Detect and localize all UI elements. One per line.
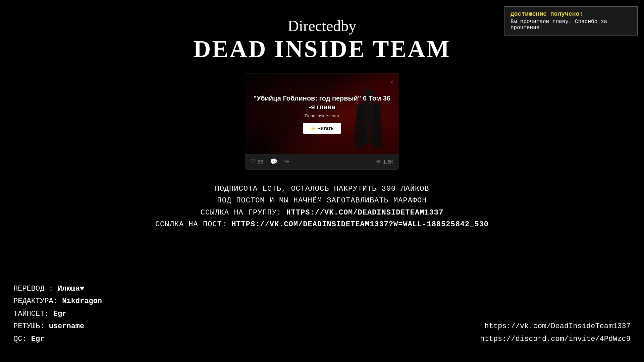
likes-count: 85 [258,159,263,165]
typeset-label: ТАЙПСЕТ: [13,310,53,318]
svg-marker-7 [372,87,374,90]
qc-value: Egr [31,335,45,343]
vk-social-link[interactable]: https://vk.com/DeadInsideTeam1337 [480,320,631,333]
cta-post-label: ССЫЛКА НА ПОСТ: [155,220,231,229]
retouch-credit: РЕТУШЬ: username [13,320,102,333]
typeset-credit: ТАЙПСЕТ: Egr [13,308,102,320]
achievement-description: Вы прочитали главу. Спасибо за прочтение… [511,19,631,31]
vk-card-actions: ♡ 85 💬 ↪ 👁 1.5K [245,154,399,169]
vk-share-action[interactable]: ↪ [284,158,289,165]
vk-read-button[interactable]: ⚡ Читать [303,123,341,134]
typeset-value: Egr [53,310,67,318]
translation-credit: ПЕРЕВОД : Илюша♥ [13,283,102,295]
retouch-value: username [49,322,85,330]
directed-by-label: Directedby [288,17,356,35]
vk-card-source: Dead inside team [305,113,339,118]
svg-marker-6 [363,87,366,90]
editor-label: РЕДАКТУРА: [13,297,62,305]
team-name-label: DEAD INSIDE TEAM [194,35,451,63]
views-count: 1.5K [383,159,393,165]
heart-icon: ♡ [251,158,256,165]
vk-card-title: "Убийца Гоблинов: год первый" 6 Том 36 -… [245,94,399,111]
cta-line-2: ПОД ПОСТОМ И МЫ НАЧНЁМ ЗАГОТАВЛИВАТЬ МАР… [155,195,489,206]
vk-like-action[interactable]: ♡ 85 [251,158,263,165]
eye-icon: 👁 [376,159,381,165]
cta-line-1: ПОДПИСОТА ЕСТЬ, ОСТАЛОСЬ НАКРУТИТЬ 300 Л… [155,183,489,195]
vk-views: 👁 1.5K [376,159,393,165]
vk-card-image: ☆ "Убийца Гоблинов: год первый" 6 Том 36… [245,73,399,154]
editor-value: Nikdragon [62,297,102,305]
comment-icon: 💬 [270,158,277,165]
editor-credit: РЕДАКТУРА: Nikdragon [13,295,102,307]
qc-label: QC: [13,335,31,343]
star-icon[interactable]: ☆ [390,77,394,85]
vk-post-card: ☆ "Убийца Гоблинов: год первый" 6 Том 36… [245,73,399,170]
qc-credit: QC: Egr [13,333,102,345]
translation-value: Илюша♥ [58,285,84,293]
cta-section: ПОДПИСОТА ЕСТЬ, ОСТАЛОСЬ НАКРУТИТЬ 300 Л… [155,183,489,230]
achievement-title: Достижение получено! [511,11,631,17]
cta-group-url[interactable]: HTTPS://VK.COM/DEADINSIDETEAM1337 [286,208,443,217]
credits-section: ПЕРЕВОД : Илюша♥ РЕДАКТУРА: Nikdragon ТА… [13,283,102,345]
translation-label: ПЕРЕВОД : [13,285,58,293]
achievement-toast: Достижение получено! Вы прочитали главу.… [504,6,638,36]
cta-post-url[interactable]: HTTPS://VK.COM/DEADINSIDETEAM1337?W=WALL… [231,220,489,229]
cta-line-4: ССЫЛКА НА ПОСТ: HTTPS://VK.COM/DEADINSID… [155,219,489,230]
main-content: Directedby DEAD INSIDE TEAM ☆ "Убий [0,0,644,240]
cta-line-3: ССЫЛКА НА ГРУППУ: HTTPS://VK.COM/DEADINS… [155,207,489,219]
vk-comment-action[interactable]: 💬 [270,158,277,165]
social-links: https://vk.com/DeadInsideTeam1337 https:… [480,320,631,345]
cta-group-label: ССЫЛКА НА ГРУППУ: [201,208,286,217]
share-icon: ↪ [284,158,289,165]
retouch-label: РЕТУШЬ: [13,322,49,330]
discord-social-link[interactable]: https://discord.com/invite/4PdWzc9 [480,333,631,345]
